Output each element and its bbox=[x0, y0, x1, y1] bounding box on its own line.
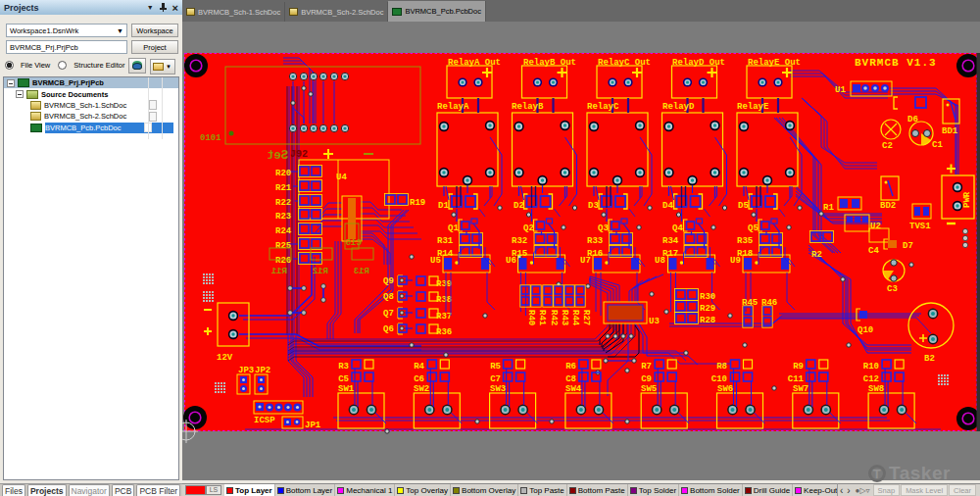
svg-text:SW6: SW6 bbox=[717, 384, 733, 394]
svg-text:C12: C12 bbox=[863, 374, 879, 384]
svg-text:BD1: BD1 bbox=[942, 126, 958, 136]
svg-text:BVRMCB V1.3: BVRMCB V1.3 bbox=[855, 57, 937, 69]
svg-text:C5: C5 bbox=[338, 374, 349, 384]
svg-text:RelayE: RelayE bbox=[737, 102, 769, 112]
svg-text:D4: D4 bbox=[662, 201, 673, 211]
svg-text:U2: U2 bbox=[870, 222, 881, 231]
svg-text:R8: R8 bbox=[716, 362, 727, 372]
svg-text:Set: Set bbox=[267, 149, 288, 163]
svg-text:R41: R41 bbox=[537, 310, 547, 326]
svg-text:R34: R34 bbox=[662, 236, 679, 246]
svg-text:SW5: SW5 bbox=[641, 384, 657, 394]
svg-text:R23: R23 bbox=[275, 212, 291, 222]
svg-text:R42: R42 bbox=[549, 310, 559, 325]
svg-text:R7: R7 bbox=[641, 362, 652, 372]
svg-text:Q10: Q10 bbox=[858, 325, 873, 335]
svg-text:C2: C2 bbox=[882, 141, 893, 151]
svg-text:C4: C4 bbox=[868, 246, 879, 256]
svg-text:RelayC Out: RelayC Out bbox=[598, 58, 651, 68]
svg-text:SW8: SW8 bbox=[868, 384, 884, 394]
svg-text:R24: R24 bbox=[275, 226, 292, 236]
svg-text:ICSP: ICSP bbox=[254, 416, 275, 425]
svg-text:R43: R43 bbox=[560, 310, 569, 325]
svg-text:C1: C1 bbox=[932, 140, 943, 150]
svg-text:Q7: Q7 bbox=[383, 309, 394, 319]
svg-text:R32: R32 bbox=[512, 236, 527, 246]
svg-text:RelayD: RelayD bbox=[662, 102, 695, 112]
svg-text:Q8: Q8 bbox=[383, 292, 394, 302]
svg-text:D3: D3 bbox=[588, 201, 599, 211]
svg-text:R13: R13 bbox=[354, 267, 369, 276]
svg-text:C8: C8 bbox=[565, 374, 576, 384]
svg-text:RelayB Out: RelayB Out bbox=[523, 58, 576, 68]
svg-text:Q5: Q5 bbox=[748, 223, 759, 233]
svg-text:RelayB: RelayB bbox=[512, 102, 544, 112]
svg-text:R9: R9 bbox=[793, 362, 804, 372]
svg-text:B2: B2 bbox=[924, 354, 935, 364]
svg-text:R3: R3 bbox=[338, 362, 349, 372]
svg-text:R39: R39 bbox=[436, 279, 452, 289]
svg-text:RelayE Out: RelayE Out bbox=[748, 58, 801, 68]
svg-text:C9: C9 bbox=[641, 374, 652, 384]
svg-text:R1: R1 bbox=[823, 203, 834, 213]
svg-text:R30: R30 bbox=[700, 292, 715, 302]
svg-text:Q3: Q3 bbox=[598, 223, 609, 233]
svg-text:R20: R20 bbox=[275, 169, 291, 178]
svg-text:U8: U8 bbox=[655, 256, 665, 266]
svg-text:D7: D7 bbox=[903, 241, 913, 251]
svg-text:C15: C15 bbox=[346, 238, 362, 248]
svg-text:U7: U7 bbox=[580, 256, 591, 266]
svg-text:C10: C10 bbox=[711, 374, 727, 384]
svg-text:R2: R2 bbox=[811, 250, 822, 260]
svg-text:D2: D2 bbox=[514, 201, 524, 211]
svg-text:R11: R11 bbox=[270, 267, 287, 276]
svg-text:U4: U4 bbox=[336, 173, 347, 182]
svg-text:RelayC: RelayC bbox=[587, 102, 619, 112]
svg-text:R35: R35 bbox=[737, 236, 753, 246]
svg-text:R25: R25 bbox=[275, 241, 291, 251]
svg-text:TVS1: TVS1 bbox=[909, 222, 931, 231]
svg-text:J92: J92 bbox=[290, 149, 308, 160]
svg-text:D1: D1 bbox=[438, 201, 449, 211]
svg-text:RelayA Out: RelayA Out bbox=[448, 58, 501, 68]
svg-text:R33: R33 bbox=[587, 236, 603, 246]
svg-text:U1: U1 bbox=[835, 85, 846, 95]
svg-text:C3: C3 bbox=[887, 284, 898, 294]
svg-text:U6: U6 bbox=[506, 256, 516, 266]
svg-text:R38: R38 bbox=[436, 295, 452, 305]
svg-text:SW7: SW7 bbox=[793, 384, 808, 394]
svg-text:U5: U5 bbox=[430, 256, 441, 266]
svg-text:U3: U3 bbox=[649, 317, 660, 326]
svg-text:R5: R5 bbox=[490, 362, 501, 372]
svg-text:R27: R27 bbox=[581, 310, 591, 325]
svg-text:R37: R37 bbox=[436, 312, 452, 322]
svg-text:SW4: SW4 bbox=[565, 384, 582, 394]
svg-text:R10: R10 bbox=[863, 362, 879, 372]
svg-text:R29: R29 bbox=[700, 304, 715, 314]
svg-text:C7: C7 bbox=[490, 374, 501, 384]
svg-text:RelayD Out: RelayD Out bbox=[672, 58, 725, 68]
svg-text:R40: R40 bbox=[526, 310, 536, 325]
svg-text:Q6: Q6 bbox=[383, 324, 394, 334]
svg-text:R12: R12 bbox=[313, 267, 328, 276]
svg-text:R36: R36 bbox=[436, 327, 452, 337]
svg-text:C11: C11 bbox=[788, 374, 805, 384]
svg-text:BD2: BD2 bbox=[880, 201, 896, 211]
svg-text:SW1: SW1 bbox=[338, 384, 355, 394]
svg-text:SW3: SW3 bbox=[490, 384, 506, 394]
svg-text:R21: R21 bbox=[275, 183, 292, 193]
svg-text:D5: D5 bbox=[738, 201, 749, 211]
svg-text:RelayA: RelayA bbox=[437, 102, 469, 112]
svg-text:Q2: Q2 bbox=[523, 223, 534, 233]
svg-text:U9: U9 bbox=[730, 256, 741, 266]
svg-text:Q4: Q4 bbox=[672, 223, 683, 233]
svg-text:JP1: JP1 bbox=[305, 421, 321, 430]
svg-text:R19: R19 bbox=[410, 198, 425, 208]
svg-text:R22: R22 bbox=[275, 198, 291, 208]
svg-text:Q9: Q9 bbox=[383, 276, 394, 286]
svg-text:R28: R28 bbox=[700, 316, 715, 325]
svg-text:12V: 12V bbox=[217, 353, 233, 363]
svg-text:R44: R44 bbox=[570, 310, 580, 326]
svg-text:R31: R31 bbox=[437, 236, 454, 246]
svg-text:C6: C6 bbox=[414, 374, 424, 384]
